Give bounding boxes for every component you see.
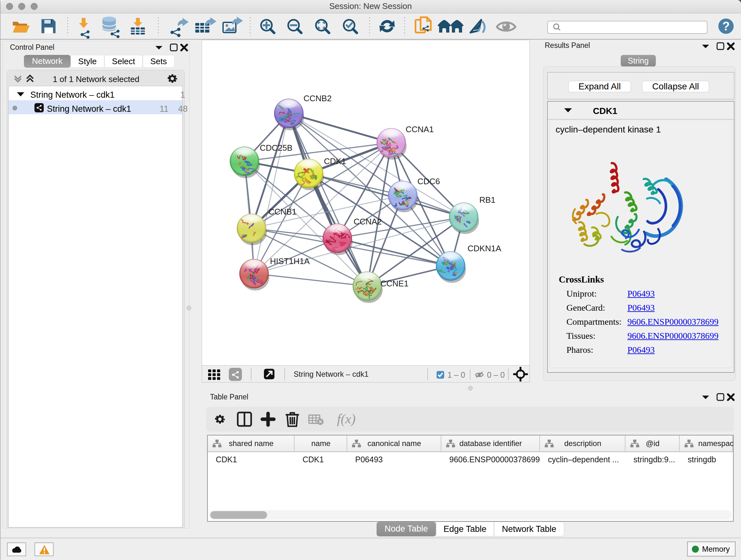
svg-text:CCNE1: CCNE1 [381,279,408,288]
svg-text:HIST1H1A: HIST1H1A [270,256,310,266]
svg-text:0 – 0: 0 – 0 [487,370,505,379]
svg-text:CCNB2: CCNB2 [304,94,332,103]
svg-text:CDC25B: CDC25B [260,143,293,152]
svg-text:CCNA2: CCNA2 [354,217,382,226]
svg-text:CDKN1A: CDKN1A [468,244,501,253]
svg-text:RB1: RB1 [479,195,495,205]
svg-text:1 – 0: 1 – 0 [448,370,465,379]
svg-text:?: ? [722,19,730,33]
svg-text:CDK1: CDK1 [324,157,346,166]
svg-text:CCNA1: CCNA1 [406,125,434,134]
svg-text:CDC6: CDC6 [417,177,440,186]
svg-text:CCNB1: CCNB1 [268,207,296,216]
svg-text:f(x): f(x) [337,412,355,427]
